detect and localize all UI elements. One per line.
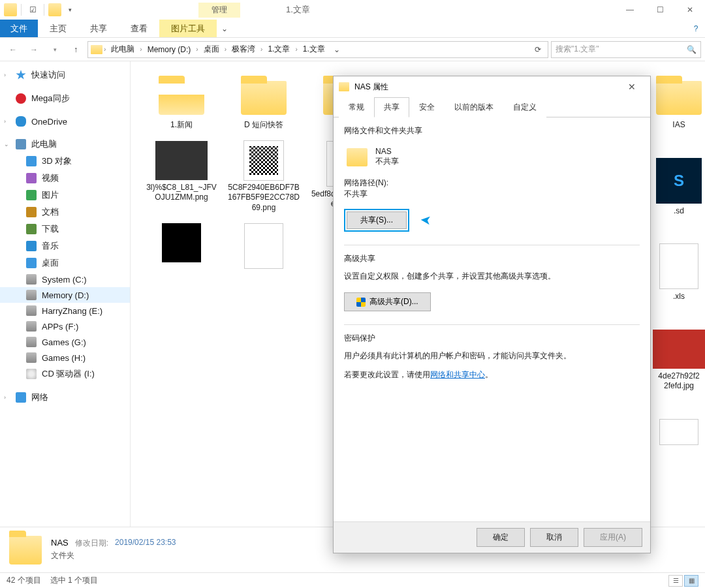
ribbon-expand-icon[interactable]: ⌄	[217, 20, 232, 37]
refresh-icon[interactable]: ⟳	[531, 45, 545, 54]
network-path-value: 不共享	[344, 189, 640, 200]
dialog-tab-general[interactable]: 常规	[339, 97, 374, 117]
file-item[interactable]: 5C8F2940EB6DF7B167FB5F9E2CC78D69.png	[226, 137, 302, 217]
network-sharing-center-link[interactable]: 网络和共享中心	[430, 370, 485, 379]
dialog-tab-previous-versions[interactable]: 以前的版本	[445, 97, 503, 117]
ribbon-tab-home[interactable]: 主页	[38, 20, 78, 37]
view-icons-button[interactable]: ▦	[684, 575, 698, 587]
sidebar-mega[interactable]: Mega同步	[0, 90, 130, 107]
navigation-pane: ›快速访问 Mega同步 ›OneDrive ⌄此电脑 3D 对象 视频 图片 …	[0, 61, 131, 527]
chevron-right-icon[interactable]: ›	[140, 46, 142, 53]
quick-access-toolbar: ☑ ▾	[0, 3, 81, 17]
ribbon-tab-view[interactable]: 查看	[119, 20, 159, 37]
close-button[interactable]: ✕	[675, 0, 705, 20]
sidebar-3d-objects[interactable]: 3D 对象	[0, 153, 130, 170]
minimize-button[interactable]: ―	[615, 0, 645, 20]
details-type: 文件夹	[51, 550, 74, 561]
ribbon: 文件 主页 共享 查看 图片工具 ⌄ ?	[0, 20, 705, 38]
network-path-label: 网络路径(N):	[344, 178, 640, 189]
dialog-tab-customize[interactable]: 自定义	[503, 97, 546, 117]
breadcrumb[interactable]: 极客湾	[228, 44, 259, 55]
sidebar-network[interactable]: ›网络	[0, 389, 130, 406]
file-item[interactable]: 3l)%$C8_L81_~JFVOJU1ZMM.png	[144, 137, 219, 217]
search-icon[interactable]: 🔍	[687, 45, 697, 54]
view-details-button[interactable]: ☰	[668, 575, 683, 587]
dialog-tab-security[interactable]: 安全	[409, 97, 445, 117]
sidebar-cd-drive[interactable]: CD 驱动器 (I:)	[0, 365, 130, 382]
file-item[interactable]	[144, 219, 219, 275]
breadcrumb[interactable]: Memory (D:)	[144, 45, 195, 54]
chevron-right-icon[interactable]: ›	[225, 46, 227, 53]
app-icon[interactable]	[4, 3, 17, 16]
search-input[interactable]: 搜索"1.文章" 🔍	[551, 41, 701, 58]
chevron-right-icon[interactable]: ›	[295, 46, 297, 53]
file-item[interactable]: D 短问快答	[226, 68, 302, 134]
qat-properties-icon[interactable]: ☑	[25, 3, 40, 17]
annotation-arrow-icon: ➤	[420, 212, 432, 228]
details-date-label: 修改日期:	[75, 538, 108, 549]
file-item[interactable]	[226, 219, 302, 275]
qat-dropdown-icon[interactable]: ▾	[63, 3, 77, 17]
share-folder-icon	[347, 148, 368, 166]
address-dropdown-icon[interactable]: ⌄	[330, 45, 343, 54]
maximize-button[interactable]: ☐	[645, 0, 675, 20]
breadcrumb[interactable]: 桌面	[200, 44, 223, 55]
file-item[interactable]: .xls	[655, 240, 702, 306]
share-button-highlight: 共享(S)...	[344, 209, 409, 232]
ribbon-file-tab[interactable]: 文件	[0, 20, 38, 37]
breadcrumb[interactable]: 1.文章	[264, 44, 294, 55]
advanced-sharing-button[interactable]: 高级共享(D)...	[344, 292, 431, 311]
dialog-close-button[interactable]: ✕	[619, 78, 645, 96]
sidebar-desktop[interactable]: 桌面	[0, 255, 130, 271]
address-folder-icon	[91, 45, 102, 54]
ribbon-tab-picture-tools[interactable]: 图片工具	[159, 20, 217, 37]
sidebar-drive-d[interactable]: Memory (D:)	[0, 287, 130, 303]
qat-newfolder-icon[interactable]	[48, 3, 61, 16]
password-protection-line1: 用户必须具有此计算机的用户帐户和密码，才能访问共享文件夹。	[344, 350, 640, 362]
ribbon-tab-share[interactable]: 共享	[78, 20, 119, 37]
chevron-right-icon[interactable]: ›	[260, 46, 262, 53]
dialog-cancel-button[interactable]: 取消	[530, 528, 578, 547]
dialog-ok-button[interactable]: 确定	[477, 528, 525, 547]
sidebar-drive-c[interactable]: System (C:)	[0, 271, 130, 287]
dialog-tab-sharing[interactable]: 共享	[374, 97, 409, 117]
sidebar-videos[interactable]: 视频	[0, 170, 130, 187]
nav-recent-dropdown[interactable]: ▾	[46, 40, 64, 59]
sidebar-drive-h[interactable]: Games (H:)	[0, 350, 130, 365]
file-item[interactable]: IAS	[655, 68, 702, 134]
share-item-name: NAS	[375, 147, 399, 156]
breadcrumb[interactable]: 1.文章	[299, 44, 329, 55]
chevron-right-icon[interactable]: ›	[196, 46, 198, 53]
file-item[interactable]: 1.新闻	[144, 68, 219, 134]
sidebar-quick-access[interactable]: ›快速访问	[0, 67, 130, 84]
sidebar-downloads[interactable]: 下载	[0, 221, 130, 238]
file-item[interactable]: 4de27h92f22fefd.jpg	[655, 326, 702, 395]
dialog-titlebar[interactable]: NAS 属性 ✕	[334, 76, 650, 97]
file-list-right-column: IAS S.sd .xls 4de27h92f22fefd.jpg	[653, 61, 705, 527]
uac-shield-icon	[356, 298, 366, 307]
sidebar-drive-f[interactable]: APPs (F:)	[0, 318, 130, 334]
password-protection-heading: 密码保护	[344, 333, 640, 344]
breadcrumb[interactable]: 此电脑	[107, 44, 138, 55]
help-icon[interactable]: ?	[687, 20, 705, 37]
share-button[interactable]: 共享(S)...	[347, 211, 407, 229]
status-item-count: 42 个项目	[7, 575, 41, 586]
file-item[interactable]	[655, 415, 702, 449]
file-item[interactable]: S.sd	[655, 154, 702, 221]
sidebar-pictures[interactable]: 图片	[0, 187, 130, 204]
sidebar-music[interactable]: 音乐	[0, 238, 130, 255]
sidebar-drive-g[interactable]: Games (G:)	[0, 334, 130, 350]
sidebar-thispc[interactable]: ⌄此电脑	[0, 136, 130, 153]
nav-forward-button[interactable]: →	[25, 40, 43, 59]
sidebar-onedrive[interactable]: ›OneDrive	[0, 114, 130, 129]
window-title: 1.文章	[286, 4, 310, 16]
share-item-status: 不共享	[375, 156, 399, 167]
navigation-bar: ← → ▾ ↑ › 此电脑 › Memory (D:) › 桌面 › 极客湾 ›…	[0, 38, 705, 61]
dialog-apply-button[interactable]: 应用(A)	[584, 528, 642, 547]
chevron-right-icon[interactable]: ›	[104, 46, 106, 53]
nav-up-button[interactable]: ↑	[67, 40, 85, 59]
sidebar-drive-e[interactable]: HarryZhang (E:)	[0, 303, 130, 318]
address-bar[interactable]: › 此电脑 › Memory (D:) › 桌面 › 极客湾 › 1.文章 › …	[87, 41, 548, 58]
sidebar-documents[interactable]: 文档	[0, 204, 130, 221]
nav-back-button[interactable]: ←	[4, 40, 22, 59]
